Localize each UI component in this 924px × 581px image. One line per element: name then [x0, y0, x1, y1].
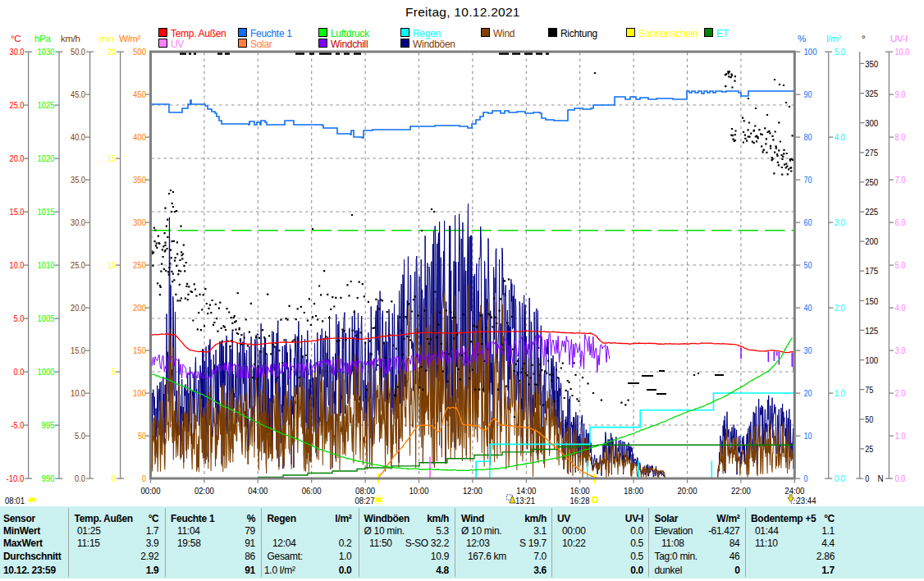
svg-text:20: 20: [107, 46, 116, 57]
svg-text:0: 0: [142, 473, 146, 483]
svg-text:15: 15: [107, 153, 116, 163]
svg-text:8.0: 8.0: [894, 131, 905, 142]
svg-text:08:01: 08:01: [5, 495, 25, 506]
svg-text:3.0: 3.0: [894, 345, 905, 355]
svg-text:50: 50: [865, 414, 873, 424]
svg-text:0: 0: [804, 473, 808, 483]
svg-text:1010: 1010: [38, 259, 55, 270]
svg-text:50: 50: [804, 259, 812, 270]
svg-text:0.0: 0.0: [14, 366, 25, 377]
svg-text:02:00: 02:00: [194, 485, 214, 496]
svg-text:25: 25: [865, 443, 873, 454]
svg-text:1.0: 1.0: [835, 387, 845, 398]
svg-text:08:27: 08:27: [355, 495, 375, 506]
svg-text:40: 40: [804, 302, 812, 313]
svg-text:N: N: [878, 473, 884, 483]
svg-text:20: 20: [804, 387, 812, 398]
svg-text:06:00: 06:00: [302, 485, 322, 496]
svg-text:125: 125: [865, 325, 878, 336]
svg-text:200: 200: [865, 236, 878, 246]
svg-text:30.0: 30.0: [10, 46, 25, 57]
svg-text:150: 150: [133, 345, 146, 355]
svg-text:10:00: 10:00: [409, 485, 429, 496]
svg-text:0.0: 0.0: [75, 473, 85, 483]
svg-text:25.0: 25.0: [71, 259, 85, 270]
svg-text:200: 200: [133, 302, 146, 313]
svg-text:12:00: 12:00: [463, 485, 483, 496]
svg-text:13:21: 13:21: [515, 495, 535, 506]
svg-text:50: 50: [138, 430, 146, 441]
svg-text:0.0: 0.0: [894, 473, 905, 483]
svg-text:300: 300: [133, 217, 146, 227]
svg-text:350: 350: [865, 58, 878, 69]
svg-text:275: 275: [865, 147, 878, 158]
svg-text:-5.0: -5.0: [11, 419, 25, 430]
svg-text:450: 450: [133, 89, 146, 99]
svg-text:10: 10: [107, 259, 116, 270]
svg-text:04:00: 04:00: [248, 485, 268, 496]
svg-text:175: 175: [865, 265, 878, 276]
svg-text:100: 100: [865, 355, 878, 365]
svg-text:7.0: 7.0: [894, 174, 905, 185]
svg-text:70: 70: [804, 174, 812, 185]
svg-text:75: 75: [865, 384, 873, 395]
svg-text:50.0: 50.0: [71, 46, 85, 57]
svg-text:2.0: 2.0: [894, 387, 905, 398]
svg-text:5.0: 5.0: [75, 430, 85, 441]
svg-text:1015: 1015: [38, 206, 55, 217]
svg-text:20.0: 20.0: [10, 153, 25, 163]
svg-text:300: 300: [865, 117, 878, 128]
svg-text:1000: 1000: [38, 366, 55, 377]
svg-text:250: 250: [133, 259, 146, 270]
svg-text:45.0: 45.0: [71, 89, 85, 99]
svg-text:100: 100: [804, 46, 817, 57]
svg-text:1.0: 1.0: [894, 430, 905, 441]
svg-text:6.0: 6.0: [894, 217, 905, 227]
svg-text:60: 60: [804, 217, 812, 227]
svg-text:30: 30: [804, 345, 812, 355]
svg-text:9.0: 9.0: [894, 89, 905, 99]
svg-text:0: 0: [865, 473, 869, 483]
svg-text:325: 325: [865, 88, 878, 98]
svg-text:400: 400: [133, 131, 146, 142]
svg-text:2.0: 2.0: [835, 302, 845, 313]
svg-text:25.0: 25.0: [10, 99, 25, 110]
svg-text:225: 225: [865, 206, 878, 217]
svg-text:150: 150: [865, 295, 878, 306]
svg-text:16:28: 16:28: [570, 495, 590, 506]
svg-text:0.0: 0.0: [835, 473, 845, 483]
svg-text:10.0: 10.0: [894, 46, 909, 57]
svg-text:40.0: 40.0: [71, 131, 85, 142]
svg-text:30.0: 30.0: [71, 217, 85, 227]
svg-text:990: 990: [42, 473, 55, 483]
svg-text:4.0: 4.0: [835, 131, 845, 142]
svg-text:35.0: 35.0: [71, 174, 85, 185]
svg-text:5.0: 5.0: [894, 259, 905, 270]
svg-text:100: 100: [133, 387, 146, 398]
svg-text:5.0: 5.0: [835, 46, 845, 57]
svg-text:250: 250: [865, 176, 878, 187]
svg-text:5: 5: [112, 366, 116, 377]
svg-text:1005: 1005: [38, 313, 55, 323]
svg-text:10: 10: [804, 430, 812, 441]
svg-text:3.0: 3.0: [835, 217, 845, 227]
svg-text:15.0: 15.0: [71, 345, 85, 355]
svg-text:10.0: 10.0: [71, 387, 85, 398]
svg-text:4.0: 4.0: [894, 302, 905, 313]
svg-text:23:44: 23:44: [797, 495, 817, 506]
svg-text:-10.0: -10.0: [7, 473, 25, 483]
svg-text:1020: 1020: [38, 153, 55, 163]
svg-text:22:00: 22:00: [731, 485, 751, 496]
svg-text:350: 350: [133, 174, 146, 185]
svg-text:20:00: 20:00: [678, 485, 698, 496]
svg-text:995: 995: [42, 419, 55, 430]
svg-text:80: 80: [804, 131, 812, 142]
svg-text:18:00: 18:00: [624, 485, 643, 496]
svg-text:500: 500: [133, 46, 146, 57]
svg-text:90: 90: [804, 89, 812, 99]
svg-text:00:00: 00:00: [141, 485, 161, 496]
svg-text:5.0: 5.0: [14, 313, 25, 323]
svg-text:10.0: 10.0: [10, 259, 25, 270]
svg-text:15.0: 15.0: [10, 206, 25, 217]
svg-text:0: 0: [112, 473, 116, 483]
